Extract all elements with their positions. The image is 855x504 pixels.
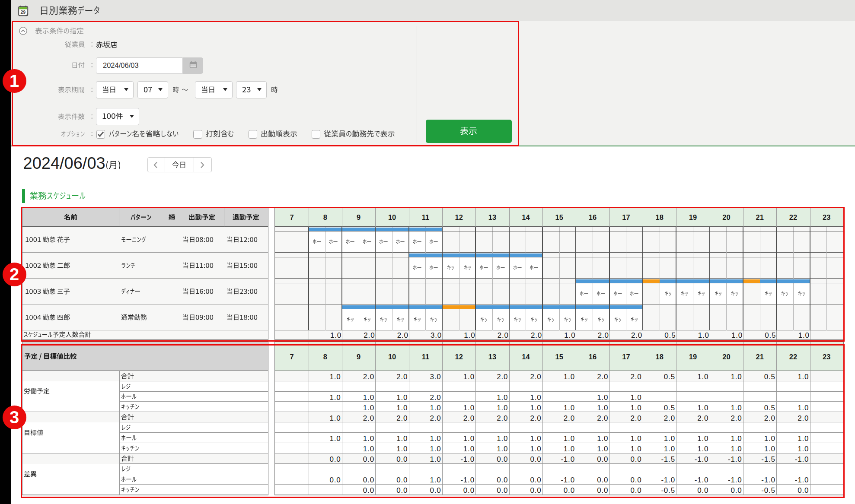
- svg-text:29: 29: [20, 10, 26, 15]
